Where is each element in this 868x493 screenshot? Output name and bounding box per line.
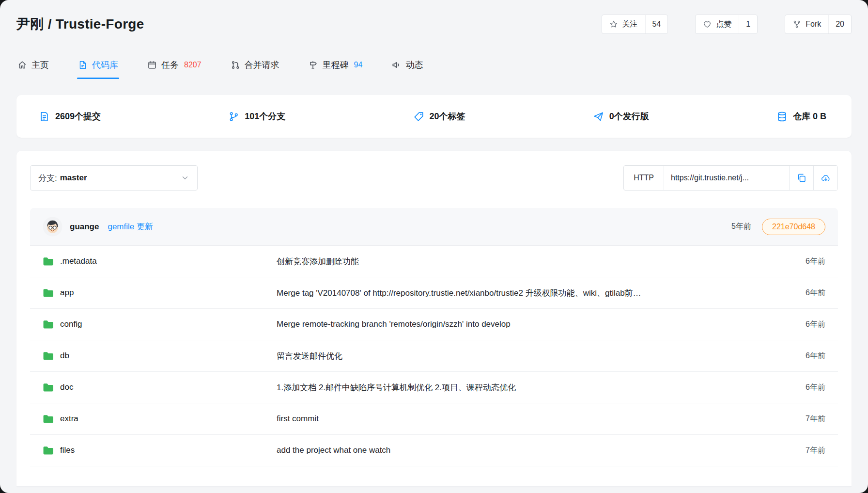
tab-label: 代码库 [92, 59, 118, 71]
file-name[interactable]: doc [43, 382, 277, 392]
chevron-down-icon [181, 174, 189, 182]
file-row[interactable]: .metadata 创新竞赛添加删除功能 6年前 [30, 246, 838, 277]
release-icon [593, 111, 604, 122]
file-commit-time: 6年前 [806, 256, 825, 267]
fork-label: Fork [806, 20, 821, 29]
stat-tags[interactable]: 20个标签 [413, 111, 465, 122]
download-button[interactable] [813, 166, 837, 190]
repo-toolbar: 分支: master HTTP [30, 165, 838, 191]
database-icon [776, 111, 788, 122]
file-commit-message[interactable]: 留言发送邮件优化 [277, 350, 806, 362]
heart-icon [703, 20, 712, 29]
watch-label: 关注 [622, 19, 638, 30]
commit-author[interactable]: guange [70, 222, 99, 232]
latest-commit-bar: guange gemfile 更新 5年前 221e70d648 [30, 208, 838, 246]
file-commit-message[interactable]: 创新竞赛添加删除功能 [277, 256, 806, 267]
file-commit-message[interactable]: 1.添加文档 2.邮件中缺陷序号计算机制优化 2.项目、课程动态优化 [277, 382, 806, 393]
commit-message-link[interactable]: gemfile 更新 [108, 221, 153, 232]
file-commit-time: 6年前 [806, 288, 825, 298]
tab-home[interactable]: 主页 [16, 53, 50, 79]
activity-icon [391, 60, 401, 70]
file-commit-message[interactable]: Merge remote-tracking branch 'remotes/or… [277, 319, 806, 329]
tab-label: 动态 [405, 59, 423, 71]
repo-browser-card: 分支: master HTTP [16, 151, 852, 486]
praise-button[interactable]: 点赞 1 [695, 15, 758, 34]
file-commit-time: 7年前 [806, 445, 825, 456]
repo-header: 尹刚 / Trustie-Forge 关注 54 点赞 1 [16, 0, 852, 34]
file-name-label: .metadata [60, 256, 97, 266]
file-name[interactable]: extra [43, 414, 277, 424]
tab-milestones[interactable]: 里程碑 94 [308, 53, 364, 79]
praise-count: 1 [739, 15, 757, 33]
watch-button[interactable]: 关注 54 [602, 15, 668, 34]
file-name[interactable]: config [43, 319, 277, 329]
page-title: 尹刚 / Trustie-Forge [16, 15, 144, 33]
file-name[interactable]: .metadata [43, 256, 277, 266]
folder-icon [43, 288, 54, 298]
commit-sha-badge[interactable]: 221e70d648 [762, 219, 825, 235]
app-window: 尹刚 / Trustie-Forge 关注 54 点赞 1 [0, 0, 868, 493]
file-row[interactable]: app Merge tag 'V20140708' of http://repo… [30, 277, 838, 309]
clone-url-input[interactable] [664, 166, 789, 190]
protocol-select[interactable]: HTTP [624, 166, 664, 190]
tab-label: 主页 [31, 59, 49, 71]
file-commit-message[interactable]: Merge tag 'V20140708' of http://reposito… [277, 287, 806, 299]
file-row[interactable]: db 留言发送邮件优化 6年前 [30, 340, 838, 372]
tab-activity[interactable]: 动态 [390, 53, 424, 79]
merge-request-icon [231, 60, 240, 70]
file-row[interactable]: extra first commit 7年前 [30, 403, 838, 435]
star-icon [609, 20, 618, 29]
stat-releases[interactable]: 0个发行版 [593, 111, 649, 122]
file-name-label: extra [60, 414, 78, 424]
copy-icon [797, 173, 806, 183]
home-icon [17, 60, 27, 70]
tag-icon [413, 111, 424, 122]
file-name[interactable]: files [43, 445, 277, 455]
tab-tasks[interactable]: 任务 8207 [146, 53, 202, 79]
watch-count: 54 [645, 15, 668, 33]
fork-count: 20 [828, 15, 851, 33]
commit-time: 5年前 [731, 222, 751, 232]
stat-label: 0个发行版 [609, 111, 649, 122]
milestone-icon [309, 60, 318, 70]
stat-label: 20个标签 [430, 111, 465, 122]
stat-label: 仓库 0 B [793, 111, 826, 122]
avatar[interactable] [43, 217, 62, 237]
tab-repository[interactable]: 代码库 [77, 53, 119, 79]
branch-icon [228, 111, 239, 122]
file-name-label: db [60, 351, 69, 361]
file-commit-message[interactable]: first commit [277, 414, 806, 424]
tab-label: 合并请求 [245, 59, 279, 71]
fork-button[interactable]: Fork 20 [785, 15, 852, 34]
file-commit-message[interactable]: add the project what one watch [277, 445, 806, 455]
stat-branches[interactable]: 101个分支 [228, 111, 285, 122]
file-commit-time: 6年前 [806, 382, 825, 393]
fork-icon [792, 20, 801, 29]
folder-icon [43, 383, 54, 392]
file-commit-time: 6年前 [806, 351, 825, 361]
file-name[interactable]: app [43, 288, 277, 298]
repo-page: 尹刚 / Trustie-Forge 关注 54 点赞 1 [0, 0, 868, 486]
branch-label: 分支: [38, 173, 57, 184]
file-row[interactable]: doc 1.添加文档 2.邮件中缺陷序号计算机制优化 2.项目、课程动态优化 6… [30, 372, 838, 403]
file-list: .metadata 创新竞赛添加删除功能 6年前 app Merge tag '… [30, 246, 838, 466]
folder-icon [43, 257, 54, 266]
tab-merge-requests[interactable]: 合并请求 [230, 53, 280, 79]
file-name-label: doc [60, 382, 73, 392]
praise-label: 点赞 [716, 19, 731, 30]
file-name-label: files [60, 445, 75, 455]
commits-icon [39, 111, 50, 122]
branch-selector[interactable]: 分支: master [30, 165, 198, 191]
repo-tabs: 主页 代码库 任务 8207 合并请求 里程碑 94 动态 [16, 53, 852, 79]
repository-icon [78, 60, 88, 70]
folder-icon [43, 414, 54, 424]
file-name-label: app [60, 288, 74, 298]
file-row[interactable]: files add the project what one watch 7年前 [30, 435, 838, 466]
file-row[interactable]: config Merge remote-tracking branch 'rem… [30, 309, 838, 340]
file-name[interactable]: db [43, 351, 277, 361]
stat-commits[interactable]: 2609个提交 [39, 111, 101, 122]
stat-repo-size[interactable]: 仓库 0 B [776, 111, 826, 122]
copy-url-button[interactable] [789, 166, 813, 190]
stat-label: 101个分支 [245, 111, 285, 122]
tasks-icon [147, 60, 157, 70]
